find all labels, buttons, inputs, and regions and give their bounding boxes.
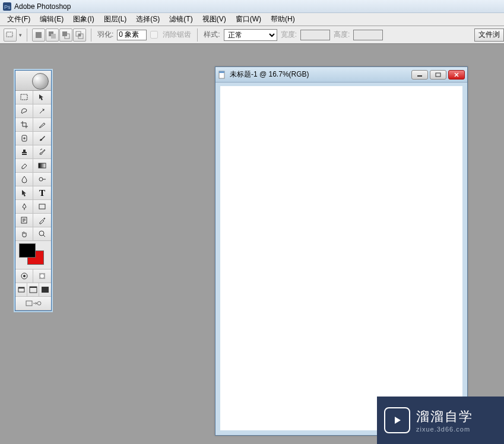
style-select[interactable]: 正常: [224, 29, 277, 41]
window-controls: [411, 70, 465, 80]
menu-filter[interactable]: 滤镜(T): [164, 13, 197, 26]
svg-rect-10: [78, 34, 81, 36]
move-tool[interactable]: [33, 91, 51, 104]
svg-rect-31: [417, 75, 422, 77]
width-input: [300, 30, 330, 40]
watermark-sub: zixue.3d66.com: [416, 426, 473, 433]
type-tool[interactable]: T: [33, 186, 51, 199]
document-icon: [218, 71, 226, 79]
brush-tool[interactable]: [33, 132, 51, 145]
height-input: [353, 30, 383, 40]
divider: [91, 28, 91, 42]
pen-tool[interactable]: [15, 200, 33, 213]
path-select-tool[interactable]: [15, 186, 33, 199]
toolbox-rows: T: [15, 91, 51, 241]
svg-point-19: [23, 275, 26, 277]
zoom-tool[interactable]: [33, 227, 51, 240]
svg-rect-5: [51, 34, 56, 39]
divider: [197, 28, 198, 42]
subtract-selection-button[interactable]: [59, 28, 72, 42]
add-selection-button[interactable]: [46, 28, 59, 42]
slice-tool[interactable]: [33, 118, 51, 131]
quickmask-mode-button[interactable]: [33, 269, 51, 283]
feather-label: 羽化:: [97, 30, 113, 40]
menubar: 文件(F) 编辑(E) 图象(I) 图层(L) 选择(S) 滤镜(T) 视图(V…: [0, 13, 504, 26]
document-canvas[interactable]: [220, 86, 462, 430]
svg-rect-3: [36, 32, 42, 38]
menu-image[interactable]: 图象(I): [68, 13, 99, 26]
magic-wand-tool[interactable]: [33, 104, 51, 118]
document-titlebar[interactable]: 未标题-1 @ 16.7%(RGB): [215, 67, 467, 83]
svg-rect-13: [39, 163, 46, 168]
close-button[interactable]: [448, 70, 465, 80]
blur-tool[interactable]: [15, 173, 33, 186]
eraser-tool[interactable]: [15, 159, 33, 172]
menu-layer[interactable]: 图层(L): [99, 13, 132, 26]
dodge-tool[interactable]: [33, 173, 51, 186]
minimize-button[interactable]: [411, 70, 428, 80]
svg-text:Ps: Ps: [4, 4, 11, 10]
svg-rect-32: [436, 73, 440, 77]
menu-edit[interactable]: 编辑(E): [35, 13, 68, 26]
svg-rect-2: [7, 32, 12, 37]
app-titlebar: Ps Adobe Photoshop: [0, 0, 504, 13]
jump-to-button[interactable]: [15, 297, 51, 310]
workspace: T: [0, 44, 504, 444]
maximize-button[interactable]: [430, 70, 446, 80]
watermark-text: 溜溜自学 zixue.3d66.com: [416, 408, 473, 433]
toolbox-header[interactable]: [15, 71, 51, 91]
svg-rect-26: [42, 287, 49, 293]
healing-brush-tool[interactable]: [15, 132, 33, 145]
height-label: 高度:: [334, 30, 350, 40]
svg-point-14: [39, 177, 43, 181]
notes-tool[interactable]: [15, 214, 33, 227]
menu-help[interactable]: 帮助(H): [266, 13, 300, 26]
watermark: 溜溜自学 zixue.3d66.com: [377, 397, 504, 444]
menu-select[interactable]: 选择(S): [131, 13, 164, 26]
screen-full-button[interactable]: [39, 283, 51, 296]
menu-window[interactable]: 窗口(W): [231, 13, 266, 26]
new-selection-button[interactable]: [32, 28, 45, 42]
width-label: 宽度:: [281, 30, 297, 40]
rect-marquee-tool[interactable]: [15, 91, 33, 104]
lasso-tool[interactable]: [15, 104, 33, 118]
antialias-checkbox: [150, 31, 158, 39]
options-bar: ▾ 羽化: 消除锯齿 样式: 正常 宽度: 高度: 文件浏: [0, 26, 504, 44]
standard-mode-button[interactable]: [15, 269, 33, 283]
gradient-tool[interactable]: [33, 159, 51, 172]
svg-rect-27: [26, 301, 32, 306]
history-brush-tool[interactable]: [33, 145, 51, 158]
stamp-tool[interactable]: [15, 145, 33, 158]
screen-standard-button[interactable]: [15, 283, 27, 296]
crop-tool[interactable]: [15, 118, 33, 131]
svg-point-28: [37, 302, 41, 305]
eyedropper-tool[interactable]: [33, 214, 51, 227]
svg-rect-11: [21, 94, 27, 100]
foreground-color[interactable]: [19, 243, 36, 258]
document-window[interactable]: 未标题-1 @ 16.7%(RGB): [215, 66, 468, 436]
app-icon: Ps: [2, 2, 12, 11]
menu-view[interactable]: 视图(V): [198, 13, 231, 26]
svg-rect-23: [18, 287, 24, 288]
svg-point-21: [40, 274, 44, 278]
hand-tool[interactable]: [15, 227, 33, 240]
menu-file[interactable]: 文件(F): [2, 13, 35, 26]
antialias-label: 消除锯齿: [163, 30, 191, 40]
divider: [27, 28, 27, 42]
close-icon: [454, 72, 459, 77]
svg-point-17: [39, 231, 44, 236]
rectangle-tool[interactable]: [33, 200, 51, 213]
maximize-icon: [435, 72, 441, 77]
file-browser-button[interactable]: 文件浏: [474, 28, 504, 42]
selection-mode-group: [32, 28, 86, 42]
watermark-logo-icon: [384, 407, 410, 433]
feather-input[interactable]: [117, 30, 147, 40]
color-swatches: [15, 241, 51, 269]
screen-fullmenu-button[interactable]: [27, 283, 39, 296]
intersect-selection-button[interactable]: [73, 28, 86, 42]
tool-preset-picker[interactable]: [4, 28, 17, 42]
document-title: 未标题-1 @ 16.7%(RGB): [229, 69, 409, 80]
style-label: 样式:: [204, 30, 220, 40]
svg-rect-30: [219, 71, 224, 73]
toolbox[interactable]: T: [15, 70, 52, 311]
